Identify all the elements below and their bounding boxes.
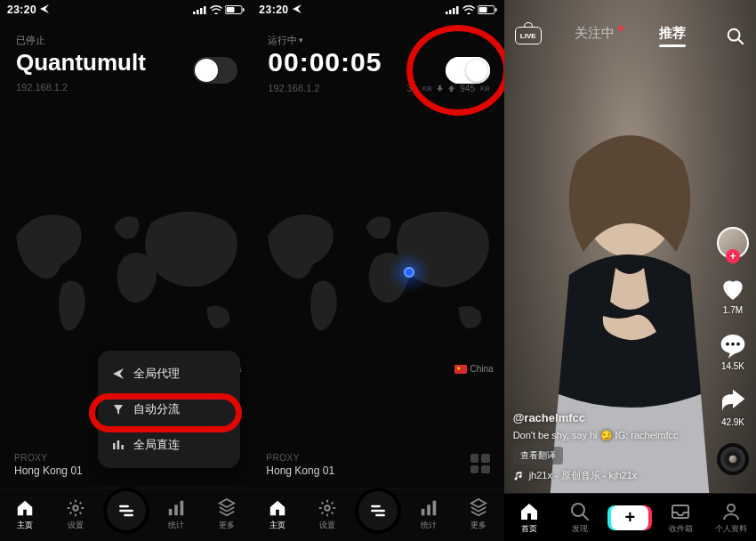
svg-rect-20 [495,8,497,12]
music-title: jh21x - 原创音乐 - kjh21x [529,468,638,484]
tab-following[interactable]: 关注中 [575,25,615,42]
tab-profile[interactable]: 个人资料 [705,494,756,541]
tab-label: 更多 [219,520,235,531]
comment-button[interactable]: 14.5K [719,331,747,371]
music-note-icon [513,471,524,481]
tab-settings[interactable]: 设置 [302,489,353,541]
status-time: 23:20 [259,4,288,16]
tab-home[interactable]: 主页 [252,489,302,541]
tab-stats[interactable]: 统计 [151,489,202,541]
location-icon [40,4,49,16]
traffic-stats: 30 KB 945 KB [407,84,490,93]
status-bar: 23:20 [0,0,252,20]
run-status: 已停止 [16,34,45,47]
like-button[interactable]: 1.7M [719,275,747,315]
svg-rect-5 [227,7,235,12]
tab-center[interactable] [353,489,404,541]
signal-icon [193,5,207,14]
tab-label: 主页 [269,520,286,531]
up-bytes: 945 [460,84,475,93]
location-icon [293,4,302,16]
grid-icon[interactable] [470,454,490,473]
flag-icon: ★ [454,365,467,374]
world-map [0,187,252,356]
chevron-down-icon: ▾ [299,36,303,44]
comment-count: 14.5K [721,361,744,371]
svg-rect-16 [453,8,455,14]
svg-rect-0 [193,12,196,14]
world-map [252,187,503,356]
down-unit: KB [422,85,432,93]
music-info[interactable]: jh21x - 原创音乐 - kjh21x [513,468,699,484]
tab-label: 设置 [68,520,84,531]
tab-inbox[interactable]: 收件箱 [655,494,706,541]
phone-quantumult-on: 23:20 运行中▾ 00:00:05 192.168.1.2 30 KB 94… [252,0,503,541]
svg-rect-8 [117,440,120,449]
tab-more[interactable]: 更多 [454,489,504,541]
proxy-value[interactable]: Hong Kong 01 [266,464,334,477]
battery-icon [225,5,245,14]
share-button[interactable]: 42.9K [719,387,747,427]
svg-point-21 [326,505,331,511]
tab-recommend[interactable]: 推荐 [659,25,686,42]
status-bar: 23:20 [252,0,503,20]
svg-rect-22 [421,509,424,515]
tab-create[interactable]: + [605,494,655,541]
svg-rect-13 [181,501,184,516]
vpn-toggle[interactable] [193,57,237,84]
tab-discover[interactable]: 发现 [554,494,605,541]
tab-stats[interactable]: 统计 [403,489,454,541]
tab-bar: 主页 设置 统计 更多 [0,488,252,541]
video-meta: @rachelmfcc Don't be shy, say hi 😏 IG: r… [513,409,699,484]
tab-label: 个人资料 [715,523,747,535]
signal-icon [446,5,460,14]
svg-rect-3 [204,6,206,14]
mode-menu: 全局代理 自动分流 全局直连 [98,351,240,468]
svg-rect-24 [432,501,436,516]
proxy-value[interactable]: Hong Kong 01 [14,464,83,477]
svg-line-40 [583,514,588,520]
mode-label: 全局直连 [133,437,180,453]
svg-rect-7 [113,443,116,449]
tab-home[interactable]: 首页 [504,494,555,541]
mode-label: 自动分流 [133,401,180,417]
follow-plus-icon[interactable]: + [726,249,740,263]
svg-rect-12 [175,505,179,515]
mode-global-direct[interactable]: 全局直连 [98,427,240,463]
svg-rect-9 [121,445,124,449]
tab-home[interactable]: 主页 [0,489,51,541]
music-disc[interactable] [717,443,749,475]
phone-tiktok: 23:20 LIVE 关注中 推荐 + 1.7M [504,0,756,541]
status-time: 23:20 [7,4,36,16]
run-status[interactable]: 运行中 [268,34,297,47]
tab-settings[interactable]: 设置 [51,489,101,541]
vpn-toggle[interactable] [446,57,490,84]
country-name: China [470,364,494,374]
svg-point-42 [728,505,735,512]
author-avatar[interactable]: + [717,227,749,259]
svg-rect-17 [456,6,459,14]
video-caption: Don't be shy, say hi 😏 IG: rachelmfcc [513,428,699,444]
tab-label: 主页 [17,520,33,531]
svg-rect-14 [446,12,448,14]
svg-rect-23 [427,505,430,515]
search-icon[interactable] [726,27,745,49]
up-unit: KB [480,85,490,93]
battery-icon [478,5,497,14]
tab-label: 设置 [319,520,335,531]
tab-label: 发现 [572,523,588,535]
tiktok-tab-bar: 首页 发现 + 收件箱 个人资料 [504,493,756,541]
down-bytes: 30 [407,84,417,93]
translate-button[interactable]: 查看翻译 [513,447,563,464]
wifi-icon [210,5,222,14]
wifi-icon [462,5,475,14]
mode-global-proxy[interactable]: 全局代理 [98,356,240,392]
author-username[interactable]: @rachelmfcc [513,409,699,428]
up-arrow-icon [448,85,454,92]
tab-label: 统计 [421,520,437,531]
share-count: 42.9K [721,417,744,427]
tab-more[interactable]: 更多 [202,489,253,541]
action-rail: + 1.7M 14.5K 42.9K [717,227,749,475]
tab-center[interactable] [101,489,151,541]
mode-auto-route[interactable]: 自动分流 [98,392,240,427]
